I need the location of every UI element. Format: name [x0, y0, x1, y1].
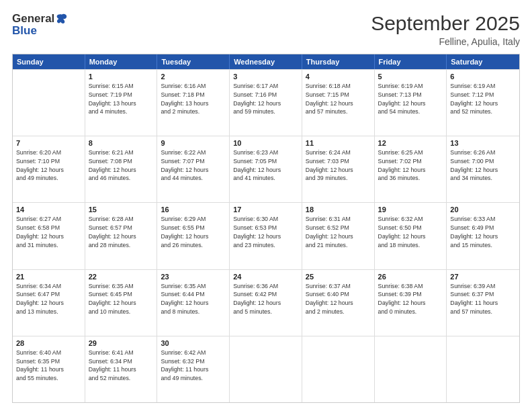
- location: Felline, Apulia, Italy: [371, 36, 520, 47]
- calendar-cell: [230, 336, 302, 402]
- cell-info: Sunrise: 6:28 AMSunset: 6:57 PMDaylight:…: [89, 215, 154, 249]
- calendar-header: SundayMondayTuesdayWednesdayThursdayFrid…: [13, 54, 519, 69]
- day-number: 12: [378, 139, 443, 147]
- calendar-cell: 22Sunrise: 6:35 AMSunset: 6:45 PMDayligh…: [85, 270, 158, 336]
- cell-info: Sunrise: 6:25 AMSunset: 7:02 PMDaylight:…: [378, 148, 443, 183]
- calendar-cell: 30Sunrise: 6:42 AMSunset: 6:32 PMDayligh…: [157, 336, 230, 402]
- header-day-sunday: Sunday: [13, 54, 85, 69]
- logo-blue-text: Blue: [12, 24, 37, 38]
- calendar-cell: 23Sunrise: 6:35 AMSunset: 6:44 PMDayligh…: [157, 270, 230, 336]
- cell-info: Sunrise: 6:27 AMSunset: 6:58 PMDaylight:…: [16, 215, 81, 249]
- logo: General Blue: [12, 12, 68, 38]
- cell-info: Sunrise: 6:36 AMSunset: 6:42 PMDaylight:…: [233, 282, 298, 316]
- day-number: 11: [306, 139, 371, 147]
- calendar-cell: 24Sunrise: 6:36 AMSunset: 6:42 PMDayligh…: [230, 270, 302, 336]
- cell-info: Sunrise: 6:20 AMSunset: 7:10 PMDaylight:…: [16, 148, 81, 183]
- cell-info: Sunrise: 6:39 AMSunset: 6:37 PMDaylight:…: [450, 282, 516, 316]
- header-day-monday: Monday: [85, 54, 158, 69]
- calendar: SundayMondayTuesdayWednesdayThursdayFrid…: [12, 54, 520, 403]
- week-row-1: 7Sunrise: 6:20 AMSunset: 7:10 PMDaylight…: [13, 136, 519, 202]
- day-number: 18: [306, 205, 371, 214]
- day-number: 5: [378, 73, 443, 81]
- day-number: 2: [161, 73, 226, 81]
- cell-info: Sunrise: 6:32 AMSunset: 6:50 PMDaylight:…: [378, 215, 443, 249]
- calendar-cell: 6Sunrise: 6:19 AMSunset: 7:12 PMDaylight…: [447, 70, 519, 136]
- header-day-saturday: Saturday: [447, 54, 519, 69]
- calendar-cell: 11Sunrise: 6:24 AMSunset: 7:03 PMDayligh…: [302, 136, 375, 202]
- cell-info: Sunrise: 6:16 AMSunset: 7:18 PMDaylight:…: [161, 82, 226, 116]
- calendar-cell: 1Sunrise: 6:15 AMSunset: 7:19 PMDaylight…: [85, 70, 158, 136]
- calendar-cell: 18Sunrise: 6:31 AMSunset: 6:52 PMDayligh…: [302, 203, 375, 269]
- day-number: 20: [450, 205, 516, 214]
- week-row-4: 28Sunrise: 6:40 AMSunset: 6:35 PMDayligh…: [13, 336, 519, 402]
- calendar-cell: 20Sunrise: 6:33 AMSunset: 6:49 PMDayligh…: [447, 203, 519, 269]
- calendar-cell: 10Sunrise: 6:23 AMSunset: 7:05 PMDayligh…: [230, 136, 302, 202]
- calendar-cell: 28Sunrise: 6:40 AMSunset: 6:35 PMDayligh…: [13, 336, 85, 402]
- calendar-cell: 14Sunrise: 6:27 AMSunset: 6:58 PMDayligh…: [13, 203, 85, 269]
- cell-info: Sunrise: 6:34 AMSunset: 6:47 PMDaylight:…: [16, 282, 81, 316]
- calendar-cell: 2Sunrise: 6:16 AMSunset: 7:18 PMDaylight…: [157, 70, 230, 136]
- day-number: 30: [161, 339, 226, 347]
- day-number: 6: [450, 73, 516, 81]
- cell-info: Sunrise: 6:24 AMSunset: 7:03 PMDaylight:…: [306, 148, 371, 183]
- day-number: 24: [233, 273, 298, 281]
- cell-info: Sunrise: 6:18 AMSunset: 7:15 PMDaylight:…: [306, 82, 371, 116]
- cell-info: Sunrise: 6:17 AMSunset: 7:16 PMDaylight:…: [233, 82, 298, 116]
- calendar-cell: 13Sunrise: 6:26 AMSunset: 7:00 PMDayligh…: [447, 136, 519, 202]
- calendar-cell: 19Sunrise: 6:32 AMSunset: 6:50 PMDayligh…: [375, 203, 447, 269]
- cell-info: Sunrise: 6:31 AMSunset: 6:52 PMDaylight:…: [306, 215, 371, 249]
- day-number: 19: [378, 205, 443, 214]
- calendar-cell: 7Sunrise: 6:20 AMSunset: 7:10 PMDaylight…: [13, 136, 85, 202]
- calendar-cell: 17Sunrise: 6:30 AMSunset: 6:53 PMDayligh…: [230, 203, 302, 269]
- cell-info: Sunrise: 6:38 AMSunset: 6:39 PMDaylight:…: [378, 282, 443, 316]
- cell-info: Sunrise: 6:26 AMSunset: 7:00 PMDaylight:…: [450, 148, 516, 183]
- day-number: 3: [233, 73, 298, 81]
- cell-info: Sunrise: 6:30 AMSunset: 6:53 PMDaylight:…: [233, 215, 298, 249]
- day-number: 9: [161, 139, 226, 147]
- cell-info: Sunrise: 6:19 AMSunset: 7:13 PMDaylight:…: [378, 82, 443, 116]
- cell-info: Sunrise: 6:22 AMSunset: 7:07 PMDaylight:…: [161, 148, 226, 183]
- calendar-cell: 16Sunrise: 6:29 AMSunset: 6:55 PMDayligh…: [157, 203, 230, 269]
- day-number: 7: [16, 139, 81, 147]
- day-number: 21: [16, 273, 81, 281]
- calendar-cell: 21Sunrise: 6:34 AMSunset: 6:47 PMDayligh…: [13, 270, 85, 336]
- day-number: 16: [161, 205, 226, 214]
- day-number: 26: [378, 273, 443, 281]
- day-number: 8: [89, 139, 154, 147]
- calendar-cell: 9Sunrise: 6:22 AMSunset: 7:07 PMDaylight…: [157, 136, 230, 202]
- cell-info: Sunrise: 6:15 AMSunset: 7:19 PMDaylight:…: [89, 82, 154, 116]
- page: General Blue September 2025 Felline, Apu…: [0, 0, 532, 411]
- day-number: 17: [233, 205, 298, 214]
- cell-info: Sunrise: 6:33 AMSunset: 6:49 PMDaylight:…: [450, 215, 516, 249]
- header-day-thursday: Thursday: [302, 54, 375, 69]
- calendar-cell: 25Sunrise: 6:37 AMSunset: 6:40 PMDayligh…: [302, 270, 375, 336]
- cell-info: Sunrise: 6:19 AMSunset: 7:12 PMDaylight:…: [450, 82, 516, 116]
- calendar-cell: 5Sunrise: 6:19 AMSunset: 7:13 PMDaylight…: [375, 70, 447, 136]
- week-row-2: 14Sunrise: 6:27 AMSunset: 6:58 PMDayligh…: [13, 202, 519, 269]
- cell-info: Sunrise: 6:35 AMSunset: 6:44 PMDaylight:…: [161, 282, 226, 316]
- calendar-cell: [302, 336, 375, 402]
- week-row-3: 21Sunrise: 6:34 AMSunset: 6:47 PMDayligh…: [13, 269, 519, 336]
- day-number: 14: [16, 205, 81, 214]
- day-number: 25: [306, 273, 371, 281]
- calendar-cell: [13, 70, 85, 136]
- day-number: 28: [16, 339, 81, 347]
- header-day-tuesday: Tuesday: [157, 54, 230, 69]
- header-day-wednesday: Wednesday: [230, 54, 302, 69]
- day-number: 22: [89, 273, 154, 281]
- cell-info: Sunrise: 6:35 AMSunset: 6:45 PMDaylight:…: [89, 282, 154, 316]
- day-number: 15: [89, 205, 154, 214]
- title-block: September 2025 Felline, Apulia, Italy: [371, 12, 520, 47]
- cell-info: Sunrise: 6:41 AMSunset: 6:34 PMDaylight:…: [89, 349, 154, 383]
- day-number: 4: [306, 73, 371, 81]
- calendar-cell: 15Sunrise: 6:28 AMSunset: 6:57 PMDayligh…: [85, 203, 158, 269]
- calendar-cell: [375, 336, 447, 402]
- cell-info: Sunrise: 6:21 AMSunset: 7:08 PMDaylight:…: [89, 148, 154, 183]
- calendar-cell: 12Sunrise: 6:25 AMSunset: 7:02 PMDayligh…: [375, 136, 447, 202]
- calendar-cell: 29Sunrise: 6:41 AMSunset: 6:34 PMDayligh…: [85, 336, 158, 402]
- day-number: 13: [450, 139, 516, 147]
- calendar-cell: [447, 336, 519, 402]
- day-number: 10: [233, 139, 298, 147]
- cell-info: Sunrise: 6:29 AMSunset: 6:55 PMDaylight:…: [161, 215, 226, 249]
- logo-bird-icon: [56, 13, 68, 25]
